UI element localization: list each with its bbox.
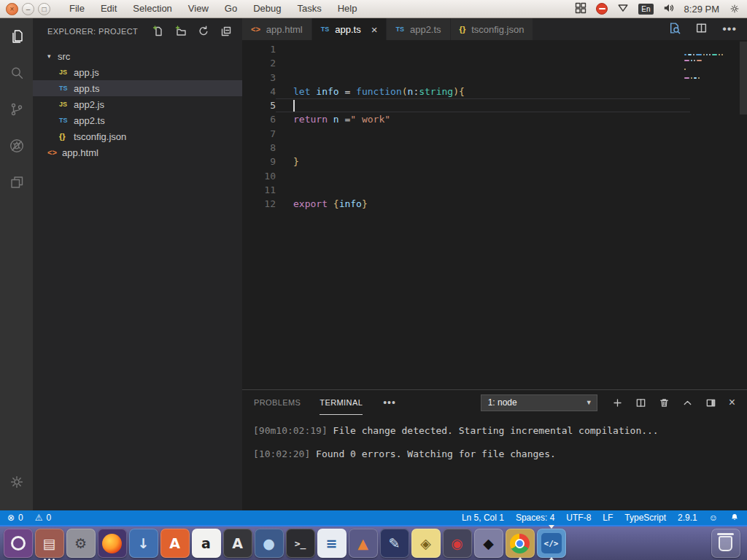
- do-not-disturb-icon[interactable]: [596, 3, 608, 15]
- indentation[interactable]: Spaces: 4: [516, 513, 554, 523]
- launcher-screen-recorder[interactable]: ◉: [441, 526, 473, 560]
- new-terminal-icon[interactable]: [612, 397, 623, 408]
- terminal-output[interactable]: [90m10:02:19] File change detected. Star…: [242, 415, 747, 470]
- split-terminal-icon[interactable]: [635, 397, 646, 408]
- code-line-3[interactable]: 3: [242, 71, 747, 85]
- launcher-firefox[interactable]: [96, 526, 128, 560]
- panel-tab-problems[interactable]: PROBLEMS: [254, 390, 301, 415]
- line-content[interactable]: [276, 56, 690, 70]
- code-line-7[interactable]: 7: [242, 127, 747, 141]
- launcher-libreoffice-writer[interactable]: ≡: [316, 526, 347, 560]
- open-changes-icon[interactable]: [668, 22, 681, 37]
- launcher-software-center[interactable]: A: [222, 526, 253, 560]
- launcher-system-settings[interactable]: ⚙: [65, 526, 96, 560]
- menu-file[interactable]: File: [61, 0, 93, 18]
- activity-explorer[interactable]: [0, 18, 33, 55]
- launcher-files[interactable]: ▤: [34, 526, 65, 560]
- launcher-vlc[interactable]: ▲: [347, 526, 379, 560]
- code-line-10[interactable]: 10: [242, 169, 747, 183]
- menu-edit[interactable]: Edit: [93, 0, 125, 18]
- ts-version[interactable]: 2.9.1: [678, 513, 697, 523]
- launcher-vscode[interactable]: </>: [535, 526, 567, 560]
- menu-tasks[interactable]: Tasks: [289, 0, 329, 18]
- launcher-software-updater[interactable]: ↓: [128, 526, 159, 560]
- launcher-amazon[interactable]: a: [190, 526, 222, 560]
- refresh-icon[interactable]: [198, 26, 209, 37]
- tree-item-app-html[interactable]: <>app.html: [33, 144, 242, 160]
- launcher-inkscape[interactable]: ◆: [473, 526, 504, 560]
- menu-go[interactable]: Go: [217, 0, 245, 18]
- line-content[interactable]: let info = function(n:string){: [276, 85, 690, 98]
- tree-item-app2-ts[interactable]: TSapp2.ts: [33, 112, 242, 128]
- activity-manage[interactable]: [0, 464, 33, 500]
- tab-app-ts[interactable]: TSapp.ts×: [312, 18, 387, 40]
- launcher-ubuntu-software[interactable]: A: [159, 526, 190, 560]
- collapse-all-icon[interactable]: [220, 26, 232, 37]
- cursor-position[interactable]: Ln 5, Col 1: [462, 513, 504, 523]
- volume-icon[interactable]: [663, 2, 675, 16]
- activity-source-control[interactable]: [0, 91, 33, 128]
- code-line-4[interactable]: 4let info = function(n:string){: [242, 85, 747, 98]
- minimap[interactable]: [684, 44, 737, 79]
- menu-help[interactable]: Help: [330, 0, 365, 18]
- activity-extensions[interactable]: [0, 164, 33, 201]
- activity-debug[interactable]: [0, 128, 33, 164]
- line-content[interactable]: [276, 169, 690, 183]
- code-line-9[interactable]: 9}: [242, 155, 747, 168]
- launcher-libreoffice-draw[interactable]: ◈: [410, 526, 441, 560]
- tree-item-app2-js[interactable]: JSapp2.js: [33, 96, 242, 112]
- session-gear-icon[interactable]: [729, 3, 741, 15]
- close-window-button[interactable]: ×: [6, 3, 18, 15]
- line-content[interactable]: [276, 42, 690, 56]
- close-panel-icon[interactable]: ×: [729, 397, 735, 408]
- network-icon[interactable]: [617, 2, 629, 16]
- notifications-bell-icon[interactable]: [729, 513, 740, 523]
- code-line-1[interactable]: 1: [242, 42, 747, 56]
- launcher-trash[interactable]: [710, 526, 741, 560]
- line-content[interactable]: [276, 183, 690, 197]
- launcher-deluge[interactable]: ●: [253, 526, 285, 560]
- tab-app2-ts[interactable]: TSapp2.ts: [387, 18, 450, 40]
- code-line-8[interactable]: 8: [242, 141, 747, 155]
- language-mode[interactable]: TypeScript: [624, 513, 666, 523]
- kill-terminal-icon[interactable]: [659, 397, 670, 408]
- new-folder-icon[interactable]: [175, 26, 187, 37]
- line-content[interactable]: [276, 141, 690, 155]
- maximize-window-button[interactable]: □: [38, 3, 50, 15]
- encoding[interactable]: UTF-8: [566, 513, 591, 523]
- toggle-panel-icon[interactable]: [705, 397, 716, 408]
- minimize-window-button[interactable]: –: [22, 3, 34, 15]
- activity-search[interactable]: [0, 55, 33, 91]
- editor-scrollbar[interactable]: [740, 42, 747, 114]
- launcher-color-picker[interactable]: ✎: [379, 526, 410, 560]
- line-content[interactable]: [276, 127, 690, 141]
- line-content[interactable]: }: [276, 155, 690, 168]
- code-line-11[interactable]: 11: [242, 183, 747, 197]
- eol[interactable]: LF: [603, 513, 613, 523]
- line-content[interactable]: return n =" work": [276, 112, 690, 126]
- line-content[interactable]: [276, 98, 690, 112]
- menu-view[interactable]: View: [180, 0, 217, 18]
- panel-tab-terminal[interactable]: TERMINAL: [320, 390, 363, 415]
- problems-status[interactable]: ⊗ 0 ⚠ 0: [7, 513, 51, 523]
- code-editor[interactable]: 1234let info = function(n:string){56retu…: [242, 40, 747, 389]
- code-line-6[interactable]: 6return n =" work": [242, 112, 747, 126]
- menu-selection[interactable]: Selection: [125, 0, 179, 18]
- launcher-terminal[interactable]: >_: [285, 526, 316, 560]
- new-file-icon[interactable]: [152, 26, 164, 37]
- code-line-12[interactable]: 12export {info}: [242, 197, 747, 211]
- line-content[interactable]: export {info}: [276, 197, 690, 211]
- launcher-google-chrome[interactable]: [504, 526, 535, 560]
- more-actions-icon[interactable]: •••: [722, 23, 737, 36]
- line-content[interactable]: [276, 71, 690, 85]
- tab-app-html[interactable]: <>app.html: [242, 18, 312, 40]
- maximize-panel-icon[interactable]: [682, 397, 693, 408]
- tab-tsconfig-json[interactable]: {}tsconfig.json: [451, 18, 534, 40]
- workspace-grid-icon[interactable]: [575, 2, 587, 16]
- tree-item-tsconfig-json[interactable]: {}tsconfig.json: [33, 128, 242, 144]
- keyboard-layout-indicator[interactable]: En: [638, 4, 653, 15]
- terminal-selector[interactable]: 1: node ▼: [481, 394, 597, 411]
- tree-item-app-ts[interactable]: TSapp.ts: [33, 80, 242, 96]
- code-line-2[interactable]: 2: [242, 56, 747, 70]
- feedback-smiley-icon[interactable]: ☺: [709, 513, 718, 523]
